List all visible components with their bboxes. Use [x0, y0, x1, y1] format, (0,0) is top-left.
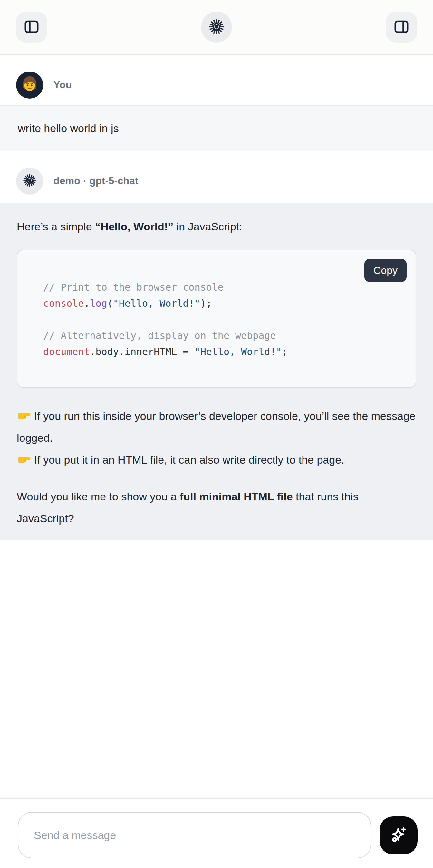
right-panel-toggle-button[interactable] [386, 11, 417, 42]
chat-page: You write hello world in js [0, 0, 433, 868]
starburst-icon [22, 173, 37, 189]
pointing-right-emoji [17, 451, 32, 466]
assistant-intro: Here’s a simple “Hello, World!” in JavaS… [17, 216, 416, 238]
intro-suffix: in JavaScript: [173, 220, 242, 232]
paragraph-text: If you put it in an HTML file, it can al… [34, 454, 344, 466]
closing-bold: full minimal HTML file [180, 490, 293, 503]
paragraph-text: If you run this inside your browser’s de… [17, 410, 415, 444]
user-message-text: write hello world in js [18, 122, 119, 135]
composer [0, 798, 433, 868]
assistant-message: Here’s a simple “Hello, World!” in JavaS… [0, 203, 433, 540]
starburst-icon [208, 18, 225, 36]
assistant-paragraph: If you run this inside your browser’s de… [17, 405, 416, 449]
user-avatar [16, 71, 43, 99]
user-sender-label: You [54, 79, 72, 91]
pointing-right-emoji [17, 407, 32, 422]
panel-left-icon [23, 19, 40, 36]
user-message: write hello world in js [0, 105, 433, 151]
assistant-closing: Would you like me to show you a full min… [17, 486, 416, 529]
intro-bold: “Hello, World!” [95, 220, 173, 232]
sidebar-toggle-button[interactable] [16, 11, 47, 42]
user-sender-row: You [16, 71, 72, 99]
code-lines: // Print to the browser consoleconsole.l… [43, 279, 403, 360]
closing-prefix: Would you like me to show you a [17, 490, 180, 503]
assistant-avatar [16, 167, 43, 195]
brand-button[interactable] [201, 11, 232, 42]
assistant-paragraph: If you put it in an HTML file, it can al… [17, 449, 416, 471]
assistant-sender-row: demo · gpt-5-chat [16, 167, 138, 195]
message-input[interactable] [18, 812, 371, 858]
top-bar [0, 0, 433, 55]
copy-button[interactable]: Copy [364, 259, 407, 282]
code-block: Copy // Print to the browser consolecons… [17, 250, 416, 388]
assistant-sender-label: demo · gpt-5-chat [54, 175, 138, 187]
intro-prefix: Here’s a simple [17, 220, 95, 232]
send-button[interactable] [379, 816, 417, 855]
sparkles-icon [388, 825, 409, 846]
person-emoji-icon [20, 74, 40, 96]
panel-right-icon [393, 19, 410, 36]
